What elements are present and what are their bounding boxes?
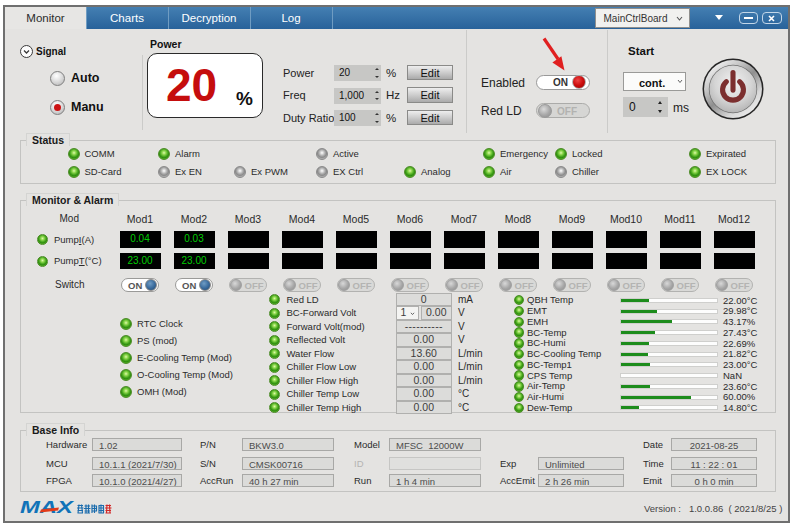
svg-text:MAX: MAX <box>20 500 75 516</box>
